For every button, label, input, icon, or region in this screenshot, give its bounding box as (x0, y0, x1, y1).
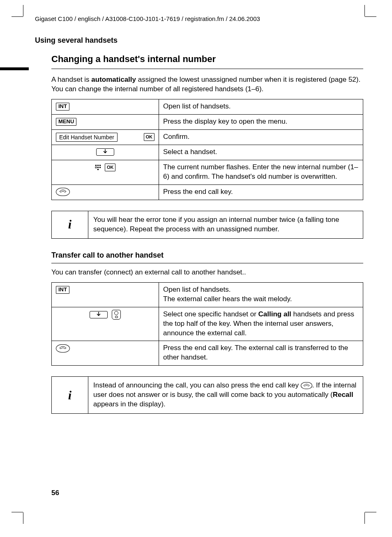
svg-rect-4 (97, 167, 99, 168)
svg-rect-1 (97, 165, 99, 166)
step-text: Select a handset. (159, 145, 363, 160)
info-box-1: i You will hear the error tone if you as… (51, 211, 363, 239)
step-text: Open list of handsets. (159, 99, 363, 115)
menu-key: MENU (56, 118, 76, 126)
int-key: INT (56, 286, 69, 294)
section-title: Using several handsets (35, 35, 363, 45)
talk-key-icon (112, 310, 121, 320)
end-call-key-icon (56, 344, 70, 353)
crop-mark (364, 5, 365, 16)
heading-3: Transfer call to another handset (51, 250, 363, 260)
table-row: Edit Handset Number OK Confirm. (52, 129, 363, 145)
heading-rule (51, 66, 363, 71)
step-text: Select one specific handset or Calling a… (159, 307, 363, 341)
down-arrow-key (90, 311, 108, 318)
intro-paragraph: A handset is automatically assigned the … (51, 75, 363, 94)
ok-key: OK (144, 133, 155, 141)
step-text: Open list of handsets. The external call… (159, 282, 363, 307)
page: Gigaset C100 / englisch / A31008-C100-J1… (0, 0, 392, 537)
table-row: OK The current number flashes. Enter the… (52, 160, 363, 184)
crop-mark (12, 512, 23, 512)
header-path: Gigaset C100 / englisch / A31008-C100-J1… (35, 15, 363, 23)
table-row: INT Open list of handsets. (52, 99, 363, 115)
procedure-table-2: INT Open list of handsets. The external … (51, 282, 363, 366)
crop-mark (12, 16, 23, 17)
info-icon: i (52, 211, 88, 238)
crop-mark (23, 512, 23, 524)
keypad-icon (95, 164, 101, 170)
table-row: MENU Press the display key to open the m… (52, 115, 363, 130)
end-call-key-icon (56, 188, 70, 196)
svg-rect-6 (97, 169, 99, 170)
step-text: Press the display key to open the menu. (159, 115, 363, 130)
crop-mark (364, 512, 365, 524)
ok-key: OK (105, 164, 116, 171)
procedure-table-1: INT Open list of handsets. MENU Press th… (51, 99, 363, 200)
table-row: Select one specific handset or Calling a… (52, 307, 363, 341)
menu-item-label: Edit Handset Number (56, 133, 118, 142)
table-row: Press the end call key. The external cal… (52, 341, 363, 366)
crop-mark (365, 16, 376, 17)
down-arrow-key (96, 148, 114, 156)
int-key: INT (56, 103, 69, 111)
svg-rect-2 (99, 165, 101, 166)
svg-rect-3 (95, 167, 97, 168)
info-text: You will hear the error tone if you assi… (88, 211, 363, 238)
heading-rule (51, 261, 363, 265)
table-row: Press the end call key. (52, 184, 363, 200)
page-number: 56 (51, 489, 59, 498)
step-text: Confirm. (159, 129, 363, 145)
heading-2: Changing a handset's internal number (51, 53, 363, 65)
content: Changing a handset's internal number A h… (51, 53, 363, 414)
info-icon: i (52, 377, 88, 414)
table-row: INT Open list of handsets. The external … (52, 282, 363, 307)
table-row: Select a handset. (52, 145, 363, 160)
info-box-2: i Instead of announcing the call, you ca… (51, 376, 363, 414)
crop-mark (23, 5, 23, 16)
crop-mark (365, 512, 376, 512)
step-text: Press the end call key. The external cal… (159, 341, 363, 366)
svg-rect-0 (95, 165, 97, 166)
end-call-key-icon (301, 382, 312, 389)
svg-rect-5 (99, 167, 101, 168)
paragraph: You can transfer (connect) an external c… (51, 268, 363, 277)
step-text: Press the end call key. (159, 184, 363, 200)
step-text: The current number flashes. Enter the ne… (159, 160, 363, 184)
info-text: Instead of announcing the call, you can … (88, 377, 363, 414)
